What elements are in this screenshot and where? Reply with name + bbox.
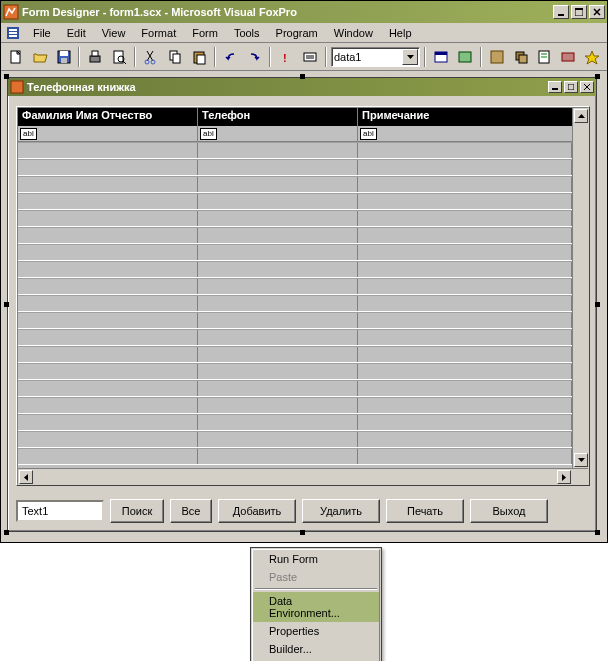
- context-menu: Run Form Paste Data Environment... Prope…: [250, 547, 382, 661]
- modify-button[interactable]: [299, 46, 321, 68]
- svg-rect-5: [9, 29, 17, 31]
- cm-properties[interactable]: Properties: [253, 622, 379, 640]
- minimize-button[interactable]: [553, 5, 569, 19]
- grid-header: Фамилия Имя Отчество Телефон Примечание: [18, 108, 588, 126]
- print-button[interactable]: Печать: [386, 499, 464, 523]
- preview-button[interactable]: [108, 46, 130, 68]
- inner-form[interactable]: Телефонная книжка Фамилия Имя Отчество Т…: [7, 77, 597, 532]
- svg-rect-22: [197, 55, 205, 64]
- svg-rect-24: [304, 53, 316, 61]
- menu-form[interactable]: Form: [184, 25, 226, 41]
- grid-field-row: abl abl abl: [18, 126, 588, 142]
- chevron-down-icon[interactable]: [402, 49, 418, 65]
- svg-rect-30: [491, 51, 503, 63]
- redo-button[interactable]: [243, 46, 265, 68]
- command-window-button[interactable]: [430, 46, 452, 68]
- menubar: File Edit View Format Form Tools Program…: [1, 23, 607, 43]
- svg-rect-20: [173, 54, 180, 63]
- inner-form-title: Телефонная книжка: [27, 81, 546, 93]
- inner-maximize-button[interactable]: [564, 81, 578, 93]
- titlebar: Form Designer - form1.scx - Microsoft Vi…: [1, 1, 607, 23]
- cm-builder[interactable]: Builder...: [253, 640, 379, 658]
- textbox-placeholder-icon[interactable]: abl: [360, 128, 377, 140]
- foxpro-icon: [3, 4, 19, 20]
- selection-handle[interactable]: [595, 530, 600, 535]
- grid-body[interactable]: [18, 142, 572, 468]
- close-button[interactable]: [589, 5, 605, 19]
- scroll-down-icon[interactable]: [574, 453, 588, 467]
- selection-handle[interactable]: [4, 74, 9, 79]
- data-session-button[interactable]: [454, 46, 476, 68]
- delete-button[interactable]: Удалить: [302, 499, 380, 523]
- run-button[interactable]: !: [275, 46, 297, 68]
- menu-help[interactable]: Help: [381, 25, 420, 41]
- scroll-right-icon[interactable]: [557, 470, 571, 484]
- svg-rect-36: [562, 53, 574, 61]
- menu-tools[interactable]: Tools: [226, 25, 268, 41]
- grid-col-note[interactable]: Примечание: [358, 108, 588, 126]
- menu-icon: [5, 25, 21, 41]
- form-button[interactable]: [486, 46, 508, 68]
- menu-edit[interactable]: Edit: [59, 25, 94, 41]
- svg-rect-12: [90, 56, 100, 62]
- cm-data-environment[interactable]: Data Environment...: [253, 592, 379, 622]
- copy-button[interactable]: [164, 46, 186, 68]
- cut-button[interactable]: [140, 46, 162, 68]
- svg-rect-39: [568, 84, 574, 90]
- forms-button[interactable]: [510, 46, 532, 68]
- selection-handle[interactable]: [300, 530, 305, 535]
- maximize-button[interactable]: [571, 5, 587, 19]
- save-button[interactable]: [53, 46, 75, 68]
- database-combo[interactable]: data1: [331, 47, 420, 67]
- label-button[interactable]: [557, 46, 579, 68]
- svg-rect-37: [11, 81, 23, 93]
- toolbar-separator: [214, 47, 216, 67]
- undo-button[interactable]: [220, 46, 242, 68]
- scroll-left-icon[interactable]: [19, 470, 33, 484]
- autoform-button[interactable]: [581, 46, 603, 68]
- open-button[interactable]: [29, 46, 51, 68]
- grid-col-fio[interactable]: Фамилия Имя Отчество: [18, 108, 198, 126]
- combo-value: data1: [334, 51, 362, 63]
- inner-titlebar: Телефонная книжка: [8, 78, 596, 96]
- svg-rect-7: [9, 35, 17, 37]
- svg-rect-13: [92, 51, 98, 56]
- selection-handle[interactable]: [595, 74, 600, 79]
- inner-close-button[interactable]: [580, 81, 594, 93]
- selection-handle[interactable]: [4, 302, 9, 307]
- window-controls: [553, 5, 605, 19]
- textbox-placeholder-icon[interactable]: abl: [20, 128, 37, 140]
- selection-handle[interactable]: [300, 74, 305, 79]
- scroll-up-icon[interactable]: [574, 109, 588, 123]
- menu-program[interactable]: Program: [268, 25, 326, 41]
- new-button[interactable]: [5, 46, 27, 68]
- toolbar-separator: [134, 47, 136, 67]
- cm-paste: Paste: [253, 568, 379, 586]
- report-button[interactable]: [534, 46, 556, 68]
- toolbar-separator: [78, 47, 80, 67]
- toolbar-separator: [325, 47, 327, 67]
- textbox-placeholder-icon[interactable]: abl: [200, 128, 217, 140]
- menu-format[interactable]: Format: [133, 25, 184, 41]
- grid-col-phone[interactable]: Телефон: [198, 108, 358, 126]
- selection-handle[interactable]: [4, 530, 9, 535]
- inner-minimize-button[interactable]: [548, 81, 562, 93]
- add-button[interactable]: Добавить: [218, 499, 296, 523]
- print-button[interactable]: [84, 46, 106, 68]
- button-row: Поиск Все Добавить Удалить Печать Выход: [16, 499, 548, 523]
- menu-view[interactable]: View: [94, 25, 134, 41]
- paste-button[interactable]: [188, 46, 210, 68]
- form-icon: [10, 80, 24, 94]
- selection-handle[interactable]: [595, 302, 600, 307]
- horizontal-scrollbar[interactable]: [18, 468, 588, 484]
- exit-button[interactable]: Выход: [470, 499, 548, 523]
- menu-file[interactable]: File: [25, 25, 59, 41]
- svg-rect-10: [60, 51, 68, 56]
- grid-control[interactable]: Фамилия Имя Отчество Телефон Примечание …: [16, 106, 590, 486]
- search-input[interactable]: [16, 500, 104, 522]
- vertical-scrollbar[interactable]: [572, 108, 588, 468]
- search-button[interactable]: Поиск: [110, 499, 164, 523]
- cm-run-form[interactable]: Run Form: [253, 550, 379, 568]
- menu-window[interactable]: Window: [326, 25, 381, 41]
- all-button[interactable]: Все: [170, 499, 212, 523]
